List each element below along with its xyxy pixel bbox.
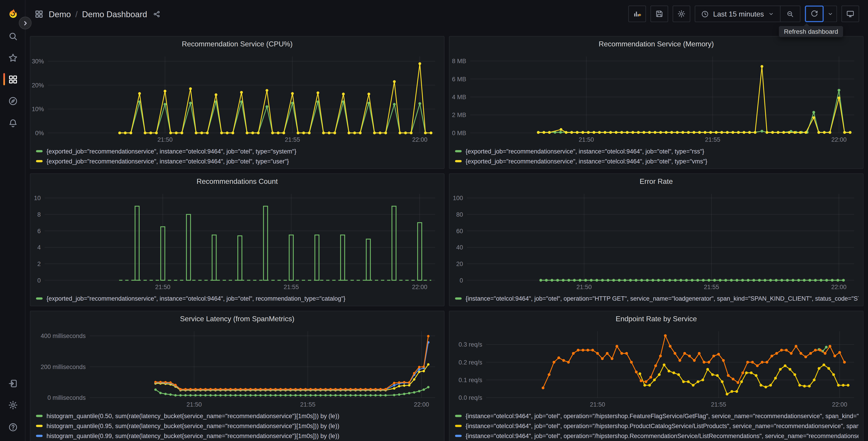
chart-svg: 0.0 req/s0.1 req/s0.2 req/s0.3 req/s21:5… (450, 327, 862, 410)
series-p999 (154, 335, 430, 390)
series-catalog (135, 206, 422, 280)
series-ListProducts (639, 363, 850, 395)
legend-item[interactable]: histogram_quantile(0.99, sum(rate(latenc… (36, 431, 439, 441)
zoom-out-time-range-button[interactable] (780, 6, 800, 22)
panel-legend: histogram_quantile(0.50, sum(rate(latenc… (31, 410, 444, 441)
legend-item[interactable]: {instance="otelcol:9464", job="otel", op… (455, 431, 859, 441)
save-icon (655, 9, 664, 18)
legend-item[interactable]: histogram_quantile(0.50, sum(rate(latenc… (36, 411, 439, 421)
svg-text:22:00: 22:00 (831, 284, 846, 290)
legend-label: {exported_job="recommendationservice", i… (465, 148, 704, 154)
series-type=user (118, 62, 432, 134)
legend-label: {instance="otelcol:9464", job="otel", op… (465, 423, 859, 429)
legend-item[interactable]: {exported_job="recommendationservice", i… (455, 156, 859, 166)
search-icon[interactable] (0, 26, 26, 47)
help-icon[interactable] (0, 416, 26, 438)
svg-text:0: 0 (460, 277, 463, 284)
panel-title[interactable]: Service Latency (from SpanMetrics) (31, 311, 444, 327)
svg-text:21:50: 21:50 (577, 284, 592, 290)
legend-item[interactable]: {exported_job="recommendationservice", i… (36, 156, 439, 166)
add-panel-button[interactable] (628, 5, 646, 22)
panel-title[interactable]: Recommendation Service (Memory) (450, 36, 863, 52)
starred-icon[interactable] (0, 47, 26, 68)
legend-item[interactable]: {exported_job="recommendationservice", i… (36, 294, 439, 303)
panel-title[interactable]: Error Rate (450, 174, 863, 189)
expand-sidebar-button[interactable] (19, 17, 31, 29)
legend-swatch (455, 415, 462, 417)
monitor-icon (846, 9, 855, 18)
save-dashboard-button[interactable] (651, 5, 668, 22)
svg-text:0%: 0% (35, 130, 44, 137)
svg-text:21:55: 21:55 (705, 136, 720, 143)
chevron-down-icon (768, 10, 774, 17)
explore-compass-icon[interactable] (0, 90, 26, 111)
svg-text:0.3 req/s: 0.3 req/s (459, 341, 483, 348)
dashboard-settings-button[interactable] (673, 5, 690, 22)
svg-text:200 milliseconds: 200 milliseconds (41, 363, 86, 371)
bar-chart-plus-icon (633, 9, 642, 18)
grafana-logo[interactable] (6, 7, 19, 20)
dashboard-canvas: Recommendation Service (CPU%)0%10%20%30%… (26, 28, 868, 441)
sign-in-icon[interactable] (0, 373, 26, 394)
svg-text:400 milliseconds: 400 milliseconds (41, 332, 86, 340)
legend-item[interactable]: {instance="otelcol:9464", job="otel", op… (455, 294, 859, 303)
alerting-bell-icon[interactable] (0, 113, 26, 134)
panel-title[interactable]: Recommendations Count (31, 174, 444, 189)
svg-text:6 MB: 6 MB (452, 76, 466, 83)
svg-text:40: 40 (456, 244, 463, 251)
svg-text:22:00: 22:00 (832, 401, 847, 408)
refresh-dashboard-button[interactable] (805, 5, 824, 22)
panel-recommendations-count: Recommendations Count024681021:5021:5522… (30, 173, 444, 306)
active-indicator (3, 73, 5, 85)
svg-text:2: 2 (37, 261, 41, 267)
series-HTTP GET errors (539, 279, 845, 282)
panel-service-latency: Service Latency (from SpanMetrics)0 mill… (30, 311, 444, 441)
legend-swatch (455, 297, 462, 300)
time-range-picker[interactable]: Last 15 minutes (695, 6, 780, 22)
settings-gear-icon[interactable] (0, 394, 26, 415)
svg-text:22:00: 22:00 (831, 136, 846, 143)
legend-item[interactable]: histogram_quantile(0.95, sum(rate(latenc… (36, 421, 439, 431)
panel-legend: {exported_job="recommendationservice", i… (31, 293, 444, 303)
panel-memory: Recommendation Service (Memory)0 MB2 MB4… (449, 36, 864, 169)
legend-label: {instance="otelcol:9464", job="otel", op… (465, 433, 859, 439)
legend-item[interactable]: {instance="otelcol:9464", job="otel", op… (455, 421, 859, 431)
svg-text:10%: 10% (32, 106, 44, 113)
breadcrumb-section[interactable]: Demo (49, 9, 71, 19)
chart-svg: 024681021:5021:5522:00 (31, 189, 443, 293)
refresh-interval-caret-button[interactable] (824, 5, 837, 22)
panel-chart: 0 milliseconds200 milliseconds400 millis… (31, 327, 444, 410)
chart-svg: 0%10%20%30%21:5021:5522:00 (31, 52, 443, 145)
svg-text:21:50: 21:50 (590, 401, 605, 408)
chevron-down-icon (827, 10, 833, 17)
svg-text:30%: 30% (32, 58, 44, 65)
svg-text:20%: 20% (32, 82, 44, 89)
clock-icon (701, 10, 709, 18)
sidebar (0, 0, 26, 441)
grafana-app: Demo / Demo Dashboard (0, 0, 868, 441)
legend-item[interactable]: {exported_job="recommendationservice", i… (455, 146, 859, 156)
legend-label: histogram_quantile(0.95, sum(rate(latenc… (46, 423, 339, 429)
svg-text:6: 6 (37, 228, 41, 235)
legend-label: {exported_job="recommendationservice", i… (465, 158, 707, 164)
legend-item[interactable]: {instance="otelcol:9464", job="otel", op… (455, 411, 859, 421)
svg-text:2 MB: 2 MB (452, 112, 466, 118)
share-icon[interactable] (153, 10, 161, 18)
panel-legend: {instance="otelcol:9464", job="otel", op… (450, 293, 863, 303)
cycle-view-mode-button[interactable] (841, 5, 859, 22)
svg-text:4 MB: 4 MB (452, 94, 466, 100)
svg-text:21:50: 21:50 (155, 284, 170, 290)
legend-swatch (36, 150, 42, 152)
svg-text:21:50: 21:50 (186, 401, 202, 408)
svg-text:22:00: 22:00 (414, 401, 429, 408)
sidebar-item-dashboards[interactable] (0, 68, 26, 90)
panel-title[interactable]: Endpoint Rate by Service (450, 311, 863, 327)
panel-title[interactable]: Recommendation Service (CPU%) (31, 36, 444, 52)
breadcrumb-page[interactable]: Demo Dashboard (82, 9, 147, 19)
time-range-label: Last 15 minutes (713, 10, 764, 18)
svg-text:0.1 req/s: 0.1 req/s (459, 377, 483, 383)
svg-text:80: 80 (456, 211, 463, 218)
legend-item[interactable]: {exported_job="recommendationservice", i… (36, 146, 439, 156)
toolbar: Last 15 minutes (628, 5, 859, 22)
panel-error-rate: Error Rate02040608010021:5021:5522:00{in… (449, 173, 864, 306)
